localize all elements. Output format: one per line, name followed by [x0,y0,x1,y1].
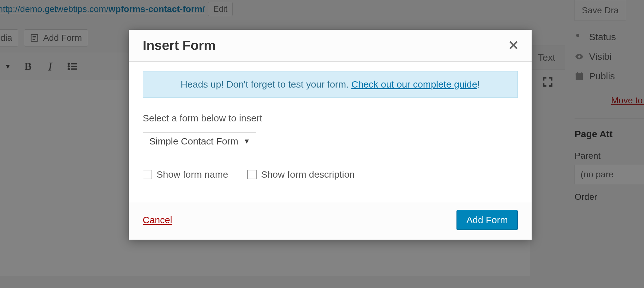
modal-body: Heads up! Don't forget to test your form… [129,62,532,193]
cancel-link[interactable]: Cancel [143,215,172,225]
insert-form-modal: Insert Form ✕ Heads up! Don't forget to … [129,30,532,240]
show-form-name-option[interactable]: Show form name [143,169,228,180]
show-form-description-label: Show form description [261,169,355,180]
show-form-name-label: Show form name [157,169,228,180]
show-form-description-checkbox[interactable] [247,170,257,179]
form-select[interactable]: Simple Contact Form ▼ [143,132,256,150]
show-form-name-checkbox[interactable] [143,170,152,179]
notice-lead: Heads up! Don't forget to test your form… [181,79,351,89]
modal-close-button[interactable]: ✕ [508,39,519,52]
select-form-label: Select a form below to insert [143,113,518,124]
notice-tail: ! [477,79,480,89]
modal-header: Insert Form ✕ [129,30,532,62]
notice-guide-link[interactable]: Check out our complete guide [351,79,477,89]
show-form-description-option[interactable]: Show form description [247,169,355,180]
modal-footer: Cancel Add Form [129,202,532,240]
chevron-down-icon: ▼ [243,137,250,145]
options-row: Show form name Show form description [143,169,518,180]
close-icon: ✕ [508,38,519,53]
form-select-value: Simple Contact Form [149,136,238,147]
modal-title: Insert Form [143,38,216,53]
add-form-submit-button[interactable]: Add Form [456,210,518,230]
info-notice: Heads up! Don't forget to test your form… [143,71,518,98]
